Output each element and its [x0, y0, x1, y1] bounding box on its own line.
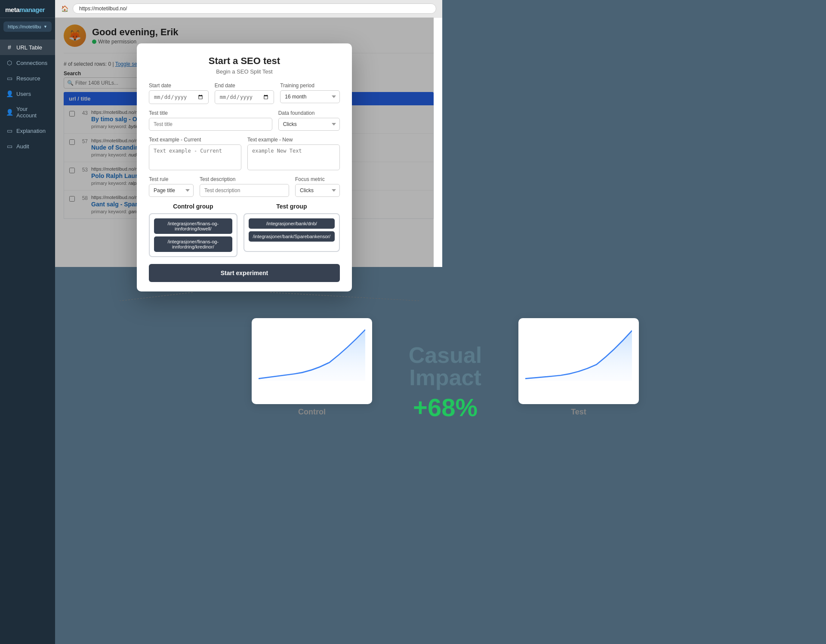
- training-period-select[interactable]: 16 month: [280, 90, 340, 103]
- test-group-inner: /integrasjoner/bank/dnb/ /integrasjoner/…: [243, 213, 340, 252]
- modal-row-text: Text example - Current Text example - Ne…: [149, 137, 340, 170]
- account-icon: 👤: [6, 109, 13, 116]
- hash-icon: #: [6, 44, 13, 51]
- test-description-field: Test description: [200, 176, 289, 197]
- sidebar-item-resource[interactable]: ▭ Resource: [0, 71, 55, 86]
- focus-metric-select[interactable]: Clicks: [295, 184, 340, 197]
- sidebar-item-label: Audit: [16, 143, 29, 150]
- training-period-label: Training period: [280, 83, 340, 89]
- chevron-down-icon: ▼: [43, 25, 47, 29]
- test-rule-field: Test rule Page title: [149, 176, 194, 197]
- test-tag-1[interactable]: /integrasjoner/bank/Sparebankensor/: [249, 231, 335, 242]
- modal-overlay: Start a SEO test Begin a SEO Split Test …: [55, 18, 434, 267]
- sidebar-item-label: Users: [16, 91, 31, 97]
- sidebar-item-label: Explanation: [16, 128, 46, 134]
- control-tag-1[interactable]: /integrasjoner/finans-og-innfordring/kre…: [154, 236, 232, 252]
- connections-icon: ⬡: [6, 59, 13, 66]
- modal-title: Start a SEO test: [149, 55, 340, 67]
- focus-metric-field: Focus metric Clicks: [295, 176, 340, 197]
- test-group: Test group /integrasjoner/bank/dnb/ /int…: [243, 203, 340, 257]
- data-foundation-label: Data foundation: [278, 110, 340, 116]
- control-chart-svg: [259, 325, 365, 381]
- audit-icon: ▭: [6, 143, 13, 150]
- test-rule-label: Test rule: [149, 176, 194, 182]
- test-chart-svg: [525, 325, 632, 381]
- sidebar-item-users[interactable]: 👤 Users: [0, 86, 55, 101]
- modal-row-dates: Start date End date Training period 16 m…: [149, 83, 340, 104]
- main-nav: # URL Table ⬡ Connections ▭ Resource 👤 U…: [0, 40, 55, 154]
- data-foundation-select[interactable]: Clicks: [278, 118, 340, 131]
- control-chart-label: Control: [298, 408, 326, 417]
- start-date-input[interactable]: [149, 90, 209, 104]
- seo-test-modal: Start a SEO test Begin a SEO Split Test …: [137, 43, 352, 291]
- text-current-field: Text example - Current: [149, 137, 241, 170]
- groups-row: Control group /integrasjoner/finans-og-i…: [149, 203, 340, 257]
- start-date-label: Start date: [149, 83, 209, 89]
- text-new-input[interactable]: [247, 144, 340, 170]
- start-experiment-button[interactable]: Start experiment: [149, 264, 340, 282]
- text-new-label: Text example - New: [247, 137, 340, 143]
- test-description-label: Test description: [200, 176, 289, 182]
- data-foundation-field: Data foundation Clicks: [278, 110, 340, 131]
- start-date-field: Start date: [149, 83, 209, 104]
- text-current-input[interactable]: [149, 144, 241, 170]
- end-date-field: End date: [215, 83, 274, 104]
- casual-impact-percent: +68%: [372, 393, 518, 422]
- sidebar-item-connections[interactable]: ⬡ Connections: [0, 55, 55, 71]
- browser-url-bar[interactable]: https://motetilbud.no/: [73, 3, 436, 14]
- control-chart-section: Control: [252, 318, 372, 417]
- modal-row-title: Test title Data foundation Clicks: [149, 110, 340, 131]
- users-icon: 👤: [6, 90, 13, 97]
- modal-subtitle: Begin a SEO Split Test: [149, 68, 340, 75]
- test-group-label: Test group: [243, 203, 340, 210]
- casual-impact-section: Casual Impact +68%: [372, 344, 518, 422]
- modal-row-rules: Test rule Page title Test description Fo…: [149, 176, 340, 197]
- end-date-label: End date: [215, 83, 274, 89]
- focus-metric-label: Focus metric: [295, 176, 340, 182]
- sidebar-item-label: Your Account: [16, 106, 49, 119]
- browser-window: 🏠 https://motetilbud.no/ 🦊 Good evening,…: [55, 0, 442, 267]
- training-period-field: Training period 16 month: [280, 83, 340, 104]
- explanation-icon: ▭: [6, 127, 13, 134]
- domain-text: https://motetilbu: [8, 24, 41, 29]
- app-logo: metamanager: [0, 0, 55, 18]
- test-chart-card: [518, 318, 639, 404]
- lower-area: Control Casual Impact +68% Test: [0, 284, 826, 422]
- sidebar-item-audit[interactable]: ▭ Audit: [0, 138, 55, 154]
- control-group-inner: /integrasjoner/finans-og-innfordring/low…: [149, 213, 237, 257]
- sidebar-item-label: Resource: [16, 75, 40, 82]
- text-new-field: Text example - New: [247, 137, 340, 170]
- content-area: 🦊 Good evening, Erik Write permission # …: [55, 18, 442, 267]
- test-description-input[interactable]: [200, 184, 289, 197]
- sidebar-item-label: URL Table: [16, 44, 42, 51]
- test-chart-section: Test: [518, 318, 639, 417]
- control-group: Control group /integrasjoner/finans-og-i…: [149, 203, 237, 257]
- control-tag-0[interactable]: /integrasjoner/finans-og-innfordring/low…: [154, 218, 232, 234]
- sidebar-item-url-table[interactable]: # URL Table: [0, 40, 55, 55]
- casual-impact-title: Casual Impact: [372, 344, 518, 389]
- test-rule-select[interactable]: Page title: [149, 184, 194, 197]
- resource-icon: ▭: [6, 75, 13, 82]
- sidebar-item-your-account[interactable]: 👤 Your Account: [0, 101, 55, 123]
- test-title-input[interactable]: [149, 118, 272, 131]
- test-title-label: Test title: [149, 110, 272, 116]
- sidebar-item-label: Connections: [16, 60, 47, 66]
- control-chart-card: [252, 318, 372, 404]
- domain-selector[interactable]: https://motetilbu ▼: [3, 21, 52, 32]
- sidebar-item-explanation[interactable]: ▭ Explanation: [0, 123, 55, 138]
- home-icon[interactable]: 🏠: [61, 5, 68, 12]
- browser-bar: 🏠 https://motetilbud.no/: [55, 0, 442, 18]
- test-tag-0[interactable]: /integrasjoner/bank/dnb/: [249, 218, 335, 229]
- test-chart-label: Test: [571, 408, 586, 417]
- test-title-field: Test title: [149, 110, 272, 131]
- text-current-label: Text example - Current: [149, 137, 241, 143]
- control-group-label: Control group: [149, 203, 237, 210]
- end-date-input[interactable]: [215, 90, 274, 104]
